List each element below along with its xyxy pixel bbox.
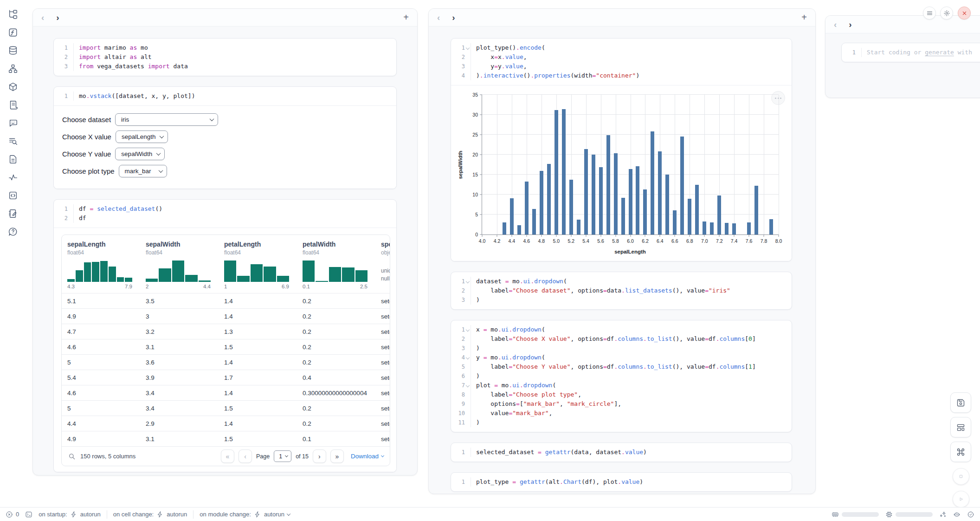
chevron-down-icon (210, 117, 214, 121)
column-header[interactable]: sepalWidthfloat6424.4 (140, 241, 219, 289)
chart-bar (503, 222, 506, 234)
fold-chevron-icon[interactable] (465, 43, 471, 52)
cpu-icon (885, 511, 893, 518)
plot-type-select[interactable]: mark_bar (119, 165, 167, 177)
activity-icon[interactable] (7, 171, 19, 183)
chart-bar (569, 180, 573, 234)
fold-chevron-icon[interactable] (465, 325, 471, 334)
terminal-button[interactable] (25, 511, 32, 518)
altair-chart[interactable]: sepalWidth 4.04.24.44.64.85.05.25.45.65.… (482, 95, 779, 235)
close-button[interactable] (958, 7, 971, 20)
y-value-select[interactable]: sepalWidth (115, 148, 165, 160)
keyboard-shortcuts-button[interactable] (950, 442, 971, 462)
menu-button[interactable] (923, 7, 936, 20)
code-line: df (73, 214, 391, 223)
first-page-button[interactable]: « (221, 449, 234, 463)
list-search-icon[interactable] (7, 135, 19, 147)
settings-button[interactable] (940, 7, 953, 20)
column-back-button[interactable]: ‹ (437, 13, 440, 22)
column-back-button[interactable]: ‹ (834, 20, 837, 29)
code-editor[interactable]: 1plot_type = getattr(alt.Chart(df), plot… (451, 473, 792, 491)
errors-indicator[interactable]: 0 (6, 511, 19, 518)
terminal-icon (25, 511, 32, 518)
layout-button[interactable] (950, 417, 971, 437)
code-editor[interactable]: 1 Start coding or generate with (842, 43, 980, 62)
table-row: 4.63.41.40.30000000000000004setosa (62, 385, 390, 400)
next-page-button[interactable]: › (313, 449, 326, 463)
line-number: 1 (54, 91, 68, 101)
fold-chevron-icon[interactable] (465, 381, 471, 390)
column-header[interactable]: petalLengthfloat6416.9 (219, 241, 297, 289)
chevron-down-icon (156, 151, 161, 156)
ai-assist-button[interactable] (939, 511, 947, 518)
column-back-button[interactable]: ‹ (41, 13, 44, 22)
run-button[interactable] (953, 491, 969, 508)
prev-page-button[interactable]: ‹ (239, 449, 252, 463)
code-line: ) (471, 418, 786, 427)
file-tree-icon[interactable] (7, 8, 19, 20)
column-header[interactable]: petalWidthfloat640.12.5 (297, 241, 375, 289)
control-label: Choose X value (62, 133, 111, 141)
column-forward-button[interactable]: › (452, 13, 455, 22)
last-page-button[interactable]: » (330, 449, 344, 463)
line-number: 3 (54, 62, 68, 71)
chart-bar (532, 209, 536, 234)
code-editor[interactable]: 1selected_dataset = getattr(data, datase… (451, 443, 792, 462)
control-label: Choose dataset (62, 116, 111, 124)
help-icon[interactable] (7, 226, 19, 238)
on-cell-change-setting[interactable]: on cell change: autorun (113, 511, 187, 518)
code-editor[interactable]: 1x = mo.ui.dropdown(2 label="Choose X va… (451, 320, 792, 432)
on-module-change-setting[interactable]: on module change: autorun (200, 511, 290, 518)
editor-placeholder: Start coding or generate with (861, 48, 980, 57)
stop-button[interactable] (953, 468, 969, 485)
add-cell-button[interactable]: + (801, 12, 807, 23)
copilot-button[interactable] (953, 511, 961, 518)
kernel-status-button[interactable] (967, 511, 974, 518)
column-header[interactable]: sepalLengthfloat644.37.9 (62, 241, 140, 289)
line-number: 3 (451, 344, 465, 353)
download-button[interactable]: Download (351, 453, 384, 460)
code-editor[interactable]: 1import marimo as mo2import altair as al… (54, 39, 396, 76)
code-line: x=x.value, (471, 52, 786, 62)
line-number: 2 (451, 334, 465, 344)
code-line: dataset = mo.ui.dropdown( (471, 277, 786, 286)
table-row: 4.63.11.50.2setosa (62, 339, 390, 354)
document-icon[interactable] (7, 153, 19, 165)
script-icon[interactable] (7, 99, 19, 111)
notebook-column-3: ‹ › 1 Start coding or generate with (825, 15, 980, 98)
code-editor[interactable]: 1plot_type().encode(2 x=x.value,3 y=y.va… (451, 39, 792, 85)
package-icon[interactable] (7, 81, 19, 93)
search-icon[interactable] (68, 452, 76, 461)
column-histogram (303, 260, 368, 282)
fold-chevron-icon[interactable] (465, 277, 471, 286)
line-number: 7 (451, 381, 465, 390)
on-startup-setting[interactable]: on startup: autorun (39, 511, 101, 518)
page-number-select[interactable]: 1 (274, 450, 291, 462)
dataframe-output: sepalLengthfloat644.37.9sepalWidthfloat6… (54, 228, 396, 472)
column-1-header: ‹ › + (33, 9, 417, 26)
chart-bar (665, 175, 669, 234)
code-editor[interactable]: 1mo.vstack([dataset, x, y, plot]) (54, 87, 396, 105)
chat-bot-icon[interactable] (7, 117, 19, 129)
code-editor[interactable]: 1df = selected_dataset()2df (54, 200, 396, 228)
x-value-select[interactable]: sepalLength (116, 130, 168, 143)
column-forward-button[interactable]: › (56, 13, 59, 22)
database-icon[interactable] (7, 45, 19, 57)
save-button[interactable] (950, 392, 971, 413)
cell-empty: 1 Start coding or generate with (841, 43, 980, 62)
add-cell-button[interactable]: + (403, 12, 409, 23)
function-icon[interactable] (7, 26, 19, 39)
generate-with-ai-link[interactable]: generate (925, 49, 954, 56)
ram-usage (832, 511, 879, 518)
chart-bar (525, 182, 529, 234)
column-2-header: ‹ › + (429, 9, 815, 26)
column-header[interactable]: speciesobjectunique:nulls: (375, 241, 390, 289)
sitemap-icon[interactable] (7, 63, 19, 75)
scratchpad-icon[interactable] (7, 208, 19, 220)
code-editor[interactable]: 1dataset = mo.ui.dropdown(2 label="Choos… (451, 272, 792, 309)
check-circle-icon (967, 511, 974, 518)
snippets-icon[interactable] (7, 189, 19, 202)
column-forward-button[interactable]: › (849, 20, 851, 29)
dataset-select[interactable]: iris (115, 113, 218, 126)
fold-chevron-icon[interactable] (465, 353, 471, 362)
